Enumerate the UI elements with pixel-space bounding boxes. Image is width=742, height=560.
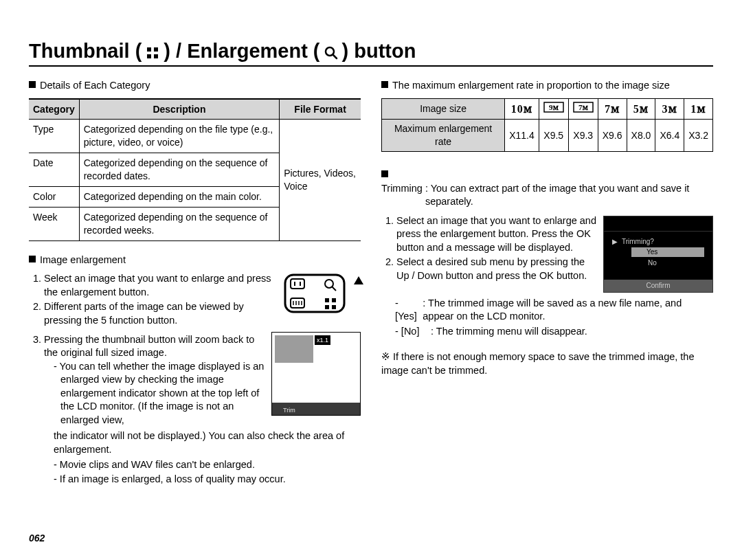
- cell-cat: Color: [29, 187, 79, 208]
- cell-size: 10ᴍ: [505, 98, 539, 120]
- category-table: Category Description File Format Type Ca…: [29, 98, 361, 241]
- title-part-a: Thumbnail (: [29, 40, 142, 63]
- cell-size: 1ᴍ: [684, 98, 713, 120]
- size-table: Image size 10ᴍ 9ᴍ 7ᴍ 7ᴍ 5ᴍ 3ᴍ 1ᴍ Maximum…: [381, 98, 713, 152]
- enlargement-indicator: [275, 335, 313, 363]
- square-bullet-icon: [381, 81, 388, 88]
- thumbnail-icon: [144, 45, 161, 61]
- svg-text:7ᴍ: 7ᴍ: [578, 103, 589, 111]
- cell-size: 7ᴍ: [598, 98, 627, 120]
- cell-fileformat: Pictures, Videos, Voice: [280, 120, 361, 240]
- cell-rate: X3.2: [684, 120, 713, 152]
- left-column: Details of Each Category Category Descri…: [29, 79, 361, 488]
- svg-marker-21: [354, 276, 363, 284]
- sub-note-cont: the indicator will not be displayed.) Yo…: [54, 429, 361, 456]
- step-text: Pressing the thumbnail button will zoom …: [44, 334, 254, 359]
- square-bullet-icon: [29, 81, 36, 88]
- cell-rate: X6.4: [655, 120, 684, 152]
- cell-size: 3ᴍ: [655, 98, 684, 120]
- cell-rate: X11.4: [505, 120, 539, 152]
- dialog-yes: Yes: [631, 247, 704, 257]
- svg-rect-7: [291, 279, 304, 289]
- dialog-confirm: Confirm: [604, 280, 712, 292]
- right-column: The maximum enlargement rate in proporti…: [381, 79, 713, 488]
- square-bullet-icon: [381, 170, 388, 177]
- svg-rect-17: [325, 298, 329, 302]
- page-title: Thumbnail ( ) / Enlargement ( ) button: [29, 40, 713, 67]
- cell-cat: Week: [29, 207, 79, 240]
- svg-rect-19: [325, 305, 329, 309]
- cell-size: 5ᴍ: [627, 98, 655, 120]
- yes-label: - [Yes]: [395, 297, 420, 324]
- sub-note: - If an image is enlarged, a loss of qua…: [54, 473, 361, 486]
- memory-note-text: If there is not enough memory space to s…: [381, 351, 694, 376]
- yes-option: - [Yes] : The trimmed image will be save…: [381, 297, 713, 324]
- details-heading-text: Details of Each Category: [40, 80, 150, 91]
- yes-text: : The trimmed image will be saved as a n…: [423, 297, 713, 324]
- cell-size: 7ᴍ: [568, 98, 598, 120]
- cell-desc: Categorized depending on the sequence of…: [79, 207, 279, 240]
- svg-rect-12: [291, 298, 304, 308]
- trimming-heading: Trimming : You can extract part of the i…: [381, 168, 713, 209]
- lcd-trim-diagram: x1.1 Trim: [271, 332, 361, 416]
- th-fileformat: File Format: [280, 99, 361, 120]
- cell-desc: Categorized depending on the file type (…: [79, 120, 279, 153]
- cell-rate: X9.6: [598, 120, 627, 152]
- table-row: Type Categorized depending on the file t…: [29, 120, 361, 153]
- th-max-rate: Maximum enlargement rate: [382, 120, 505, 152]
- no-option: - [No] : The trimming menu will disappea…: [381, 325, 713, 339]
- memory-note: ※ If there is not enough memory space to…: [381, 350, 713, 377]
- cell-rate: X9.3: [568, 120, 598, 152]
- square-bullet-icon: [29, 256, 36, 262]
- cell-rate: X9.5: [539, 120, 568, 152]
- trim-body: : You can extract part of the image that…: [425, 182, 713, 209]
- max-rate-heading-text: The maximum enlargement rate in proporti…: [392, 80, 670, 91]
- svg-line-5: [333, 54, 337, 58]
- details-heading: Details of Each Category: [29, 79, 361, 93]
- th-image-size: Image size: [382, 98, 505, 120]
- no-label: - [No]: [395, 325, 428, 339]
- cell-desc: Categorized depending on the sequence of…: [79, 153, 279, 187]
- sub-note: - Movie clips and WAV files can't be enl…: [54, 458, 361, 472]
- enlargement-heading: Image enlargement: [29, 254, 361, 267]
- svg-rect-0: [147, 47, 151, 52]
- enlargement-heading-text: Image enlargement: [40, 254, 126, 265]
- th-description: Description: [79, 99, 279, 120]
- up-arrow-icon: [352, 275, 365, 287]
- cell-size: 9ᴍ: [539, 98, 568, 120]
- title-part-b: ) / Enlargement (: [164, 40, 319, 63]
- play-icon: ▶: [612, 237, 618, 247]
- svg-rect-2: [147, 54, 151, 58]
- cell-cat: Date: [29, 153, 79, 187]
- dialog-no: No: [631, 258, 704, 268]
- svg-rect-20: [332, 305, 336, 309]
- title-part-c: ) button: [342, 40, 416, 63]
- magnify-icon: [323, 45, 339, 61]
- trim-label: Trim: [272, 407, 295, 414]
- dialog-title: Trimming?: [622, 237, 654, 247]
- th-category: Category: [29, 99, 79, 120]
- zoom-label: x1.1: [315, 335, 330, 345]
- svg-rect-3: [154, 54, 158, 58]
- zoom-control-diagram: [284, 273, 361, 317]
- page-number: 062: [29, 533, 45, 544]
- no-text: : The trimming menu will disappear.: [431, 325, 587, 339]
- max-rate-heading: The maximum enlargement rate in proporti…: [381, 79, 713, 93]
- svg-rect-1: [154, 47, 158, 52]
- cell-rate: X8.0: [627, 120, 655, 152]
- trimming-dialog-diagram: ▶Trimming? Yes No Confirm: [603, 216, 713, 293]
- reference-mark-icon: ※: [381, 351, 390, 362]
- cell-desc: Categorized depending on the main color.: [79, 187, 279, 208]
- svg-rect-18: [332, 298, 336, 302]
- cell-cat: Type: [29, 120, 79, 153]
- trim-lead: Trimming: [381, 182, 423, 196]
- svg-text:9ᴍ: 9ᴍ: [549, 103, 559, 111]
